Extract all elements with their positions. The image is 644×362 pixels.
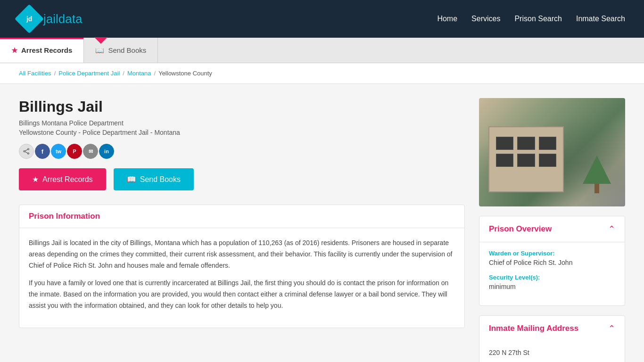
nav-inmate-search[interactable]: Inmate Search <box>576 15 625 23</box>
logo-jail: jail <box>43 12 58 26</box>
mailing-address-line-1: 220 N 27th St <box>489 349 615 356</box>
subtitle-1: Billings Montana Police Department <box>19 119 465 127</box>
breadcrumb-all-facilities[interactable]: All Facilities <box>19 70 51 77</box>
prison-info-paragraph-1: Billings Jail is located in the city of … <box>29 238 455 271</box>
mailing-address-body: 220 N 27th St <box>479 341 625 362</box>
send-books-label: Send Books <box>140 175 181 184</box>
prison-info-box: Prison Information Billings Jail is loca… <box>19 205 465 328</box>
logo-data: data <box>58 12 83 26</box>
tree-trunk <box>594 184 599 193</box>
prison-info-title: Prison Information <box>29 212 455 221</box>
linkedin-icon[interactable]: in <box>99 144 114 159</box>
mailing-address-panel: Inmate Mailing Address ⌃ 220 N 27th St <box>479 315 625 362</box>
main-nav: Home Services Prison Search Inmate Searc… <box>437 15 625 23</box>
svg-line-4 <box>25 152 28 153</box>
logo-diamond-icon: jd <box>15 4 44 33</box>
social-icons-bar: f tw P ✉ in <box>19 144 465 159</box>
nav-home[interactable]: Home <box>437 15 457 23</box>
logo[interactable]: jd jaildata <box>19 8 82 29</box>
breadcrumb-police-dept[interactable]: Police Department Jail <box>58 70 120 77</box>
chevron-up-icon: ⌃ <box>608 224 615 234</box>
prison-overview-panel: Prison Overview ⌃ Warden or Supervisor: … <box>479 216 625 306</box>
prison-info-body: Billings Jail is located in the city of … <box>19 228 464 328</box>
warden-label: Warden or Supervisor: <box>489 250 615 257</box>
breadcrumb: All Facilities / Police Department Jail … <box>0 63 644 84</box>
window-1 <box>496 137 513 150</box>
share-icon[interactable] <box>19 144 34 159</box>
security-value: minimum <box>489 283 615 290</box>
breadcrumb-sep-3: / <box>154 70 156 77</box>
arrest-star-icon: ★ <box>32 175 39 184</box>
nav-prison-search[interactable]: Prison Search <box>514 15 562 23</box>
tab-arrest-records[interactable]: ★ Arrest Records <box>0 38 84 63</box>
book-icon: 📖 <box>95 46 104 55</box>
tab-bar: ★ Arrest Records 📖 Send Books <box>0 38 644 63</box>
prison-info-paragraph-2: If you have a family or loved one that i… <box>29 278 455 311</box>
logo-wordmark: jaildata <box>43 12 82 26</box>
main-container: Billings Jail Billings Montana Police De… <box>0 84 644 362</box>
prison-info-header: Prison Information <box>19 205 464 228</box>
logo-jd-text: jd <box>26 15 32 23</box>
tab-send-books-label: Send Books <box>108 46 146 54</box>
facebook-icon[interactable]: f <box>35 144 50 159</box>
tab-arrest-records-label: Arrest Records <box>21 46 72 54</box>
tree-shape <box>583 156 611 193</box>
site-header: jd jaildata Home Services Prison Search … <box>0 0 644 38</box>
breadcrumb-sep-2: / <box>123 70 124 77</box>
svg-line-3 <box>25 149 28 151</box>
prison-overview-title: Prison Overview <box>489 224 552 234</box>
prison-overview-body: Warden or Supervisor: Chief of Police Ri… <box>479 242 625 305</box>
window-4 <box>496 154 513 167</box>
svg-point-1 <box>28 153 29 154</box>
mailing-address-title: Inmate Mailing Address <box>489 324 578 333</box>
breadcrumb-current: Yellowstone County <box>158 70 212 77</box>
breadcrumb-sep-1: / <box>54 70 56 77</box>
prison-overview-header[interactable]: Prison Overview ⌃ <box>479 216 625 242</box>
send-books-button[interactable]: 📖 Send Books <box>114 168 194 190</box>
jail-photo-overlay <box>479 98 625 206</box>
email-icon[interactable]: ✉ <box>83 144 98 159</box>
pinterest-icon[interactable]: P <box>67 144 82 159</box>
send-books-book-icon: 📖 <box>127 175 136 184</box>
nav-services[interactable]: Services <box>471 15 500 23</box>
arrest-records-button[interactable]: ★ Arrest Records <box>19 168 106 190</box>
building-windows <box>489 127 563 176</box>
mailing-chevron-up-icon: ⌃ <box>608 323 615 334</box>
mailing-address-header[interactable]: Inmate Mailing Address ⌃ <box>479 316 625 341</box>
warden-value: Chief of Police Rich St. John <box>489 259 615 266</box>
window-2 <box>517 137 535 150</box>
breadcrumb-montana[interactable]: Montana <box>127 70 151 77</box>
security-label: Security Level(s): <box>489 274 615 281</box>
subtitle-2: Yellowstone County - Police Department J… <box>19 129 465 136</box>
left-column: Billings Jail Billings Montana Police De… <box>19 98 465 362</box>
jail-photo <box>479 98 625 206</box>
page-title: Billings Jail <box>19 98 465 115</box>
window-3 <box>539 137 556 150</box>
window-6 <box>539 154 556 167</box>
svg-point-0 <box>28 148 29 150</box>
svg-point-2 <box>24 151 25 152</box>
right-column: Prison Overview ⌃ Warden or Supervisor: … <box>479 98 625 362</box>
tree-top <box>583 156 611 184</box>
arrest-records-label: Arrest Records <box>42 175 93 184</box>
building-shape <box>488 126 564 192</box>
window-5 <box>517 154 535 167</box>
twitter-icon[interactable]: tw <box>51 144 66 159</box>
tab-send-books[interactable]: 📖 Send Books <box>84 38 158 63</box>
star-icon: ★ <box>11 46 17 55</box>
action-buttons: ★ Arrest Records 📖 Send Books <box>19 168 465 190</box>
